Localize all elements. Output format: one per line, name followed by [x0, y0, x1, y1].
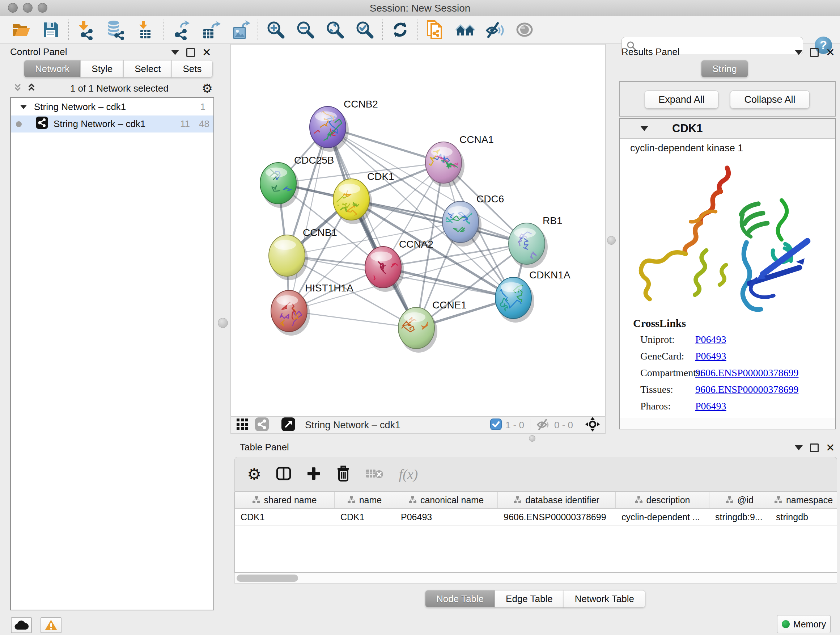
table-cell[interactable]: CDK1 — [335, 509, 395, 525]
crosslink-value-link[interactable]: 9606.ENSP00000378699 — [695, 367, 798, 379]
network-graph[interactable]: CCNB2CCNA1CDC25BCDK1CDC6RB1CCNB1CCNA2HIS… — [231, 44, 605, 416]
warning-button[interactable] — [41, 617, 62, 633]
birdseye-view-icon[interactable] — [281, 417, 295, 433]
delete-column-icon[interactable] — [336, 466, 351, 483]
panel-menu-icon[interactable] — [795, 50, 803, 55]
crosslink-value-link[interactable]: P06493 — [695, 350, 726, 362]
network-row-selected[interactable]: String Network – cdk1 11 48 — [11, 116, 213, 133]
table-cell[interactable]: cyclin-dependent ... — [616, 509, 709, 525]
network-node-cdc25b[interactable] — [260, 163, 299, 208]
float-panel-icon[interactable] — [186, 48, 195, 57]
table-cell[interactable]: P06493 — [395, 509, 498, 525]
crosslink-value-link[interactable]: P06493 — [695, 334, 726, 345]
column-header-database-identifier[interactable]: database identifier — [498, 492, 616, 508]
memory-button[interactable]: Memory — [777, 615, 831, 633]
network-canvas[interactable]: CCNB2CCNA1CDC25BCDK1CDC6RB1CCNB1CCNA2HIS… — [231, 44, 606, 416]
network-collection-row[interactable]: String Network – cdk1 1 — [11, 98, 213, 116]
tab-select[interactable]: Select — [123, 60, 172, 78]
gene-disclosure-icon[interactable] — [640, 126, 648, 131]
table-cell[interactable]: stringdb — [770, 509, 837, 525]
tab-node-table[interactable]: Node Table — [425, 590, 495, 608]
export-table-icon[interactable] — [201, 19, 221, 40]
split-columns-icon[interactable] — [276, 466, 292, 483]
add-column-icon[interactable] — [306, 466, 321, 483]
tab-network-table[interactable]: Network Table — [564, 590, 645, 608]
network-node-cdc6[interactable] — [441, 201, 482, 247]
panel-menu-icon[interactable] — [171, 50, 179, 55]
export-network-icon[interactable] — [171, 19, 191, 40]
save-session-icon[interactable] — [41, 19, 61, 40]
tab-string[interactable]: String — [701, 60, 748, 78]
grid-view-icon[interactable] — [236, 418, 249, 432]
network-node-ccnb2[interactable] — [309, 106, 349, 152]
gene-section-header[interactable]: CDK1 — [620, 119, 835, 139]
fit-selected-crosshair-icon[interactable] — [585, 417, 600, 433]
network-node-ccna2[interactable] — [365, 247, 406, 292]
clear-table-icon[interactable] — [365, 467, 384, 482]
crosslink-row: Compartments:9606.ENSP00000378699 — [620, 367, 835, 384]
table-row[interactable]: CDK1CDK1P064939606.ENSP00000378699cyclin… — [235, 509, 837, 526]
collapse-all-button[interactable]: Collapse All — [730, 90, 810, 109]
network-node-rb1[interactable] — [508, 223, 548, 268]
network-node-cdkn1a[interactable] — [488, 277, 535, 323]
column-header-canonical-name[interactable]: canonical name — [395, 492, 498, 508]
home-network-icon[interactable] — [455, 19, 475, 40]
collection-label: String Network – cdk1 — [34, 101, 126, 112]
tab-sets[interactable]: Sets — [172, 60, 213, 78]
network-view-toolbar: String Network – cdk1 1 - 0 0 - 0 — [231, 416, 606, 434]
zoom-selected-icon[interactable] — [355, 19, 375, 40]
vertical-splitter-handle-right[interactable] — [607, 236, 616, 245]
results-scrollbar-track[interactable] — [620, 418, 835, 429]
cloud-button[interactable] — [11, 617, 32, 633]
table-cell[interactable]: CDK1 — [235, 509, 335, 525]
show-hide-toggle-icon[interactable] — [485, 19, 505, 40]
vertical-splitter-handle-left[interactable] — [218, 318, 228, 328]
expand-all-button[interactable]: Expand All — [645, 90, 718, 109]
network-node-cdk1[interactable] — [333, 179, 372, 224]
import-database-icon[interactable] — [106, 19, 126, 40]
export-image-icon[interactable] — [230, 19, 250, 40]
close-panel-icon[interactable]: ✕ — [826, 442, 835, 453]
zoom-in-icon[interactable] — [265, 19, 286, 40]
function-builder-icon[interactable]: f(x) — [399, 466, 418, 482]
column-header-@id[interactable]: @id — [709, 492, 770, 508]
tab-style[interactable]: Style — [80, 60, 124, 78]
gear-icon[interactable]: ⚙ — [202, 82, 213, 95]
column-header-shared-name[interactable]: shared name — [235, 492, 335, 508]
tab-edge-table[interactable]: Edge Table — [494, 590, 564, 608]
open-session-icon[interactable] — [11, 19, 31, 40]
crosslink-value-link[interactable]: P06493 — [695, 401, 726, 412]
refresh-icon[interactable] — [390, 19, 410, 40]
table-scrollbar-thumb[interactable] — [237, 575, 298, 582]
tab-network[interactable]: Network — [24, 60, 81, 78]
expand-all-tree-icon[interactable] — [12, 82, 23, 95]
import-table-icon[interactable] — [135, 19, 156, 40]
network-edge[interactable] — [328, 127, 416, 328]
network-node-ccna1[interactable] — [424, 142, 464, 187]
network-node-hist1h1a[interactable] — [271, 290, 310, 336]
table-scrollbar-track[interactable] — [234, 573, 837, 584]
network-node-ccne1[interactable] — [398, 307, 437, 353]
collapse-all-tree-icon[interactable] — [26, 82, 37, 95]
collection-disclosure-icon[interactable] — [20, 105, 27, 109]
float-panel-icon[interactable] — [810, 443, 819, 452]
crosslink-value-link[interactable]: 9606.ENSP00000378699 — [695, 384, 798, 395]
selected-checkbox-icon[interactable] — [490, 418, 502, 432]
sphere-icon[interactable] — [515, 19, 535, 40]
zoom-fit-icon[interactable] — [325, 19, 345, 40]
table-cell[interactable]: stringdb:9... — [709, 509, 770, 525]
column-header-description[interactable]: description — [616, 492, 709, 508]
gear-icon[interactable]: ⚙ — [247, 466, 261, 482]
table-cell[interactable]: 9606.ENSP00000378699 — [498, 509, 616, 525]
import-network-icon[interactable] — [76, 19, 96, 40]
hidden-eye-icon[interactable] — [536, 418, 551, 432]
string-document-icon[interactable] — [425, 19, 446, 40]
column-header-name[interactable]: name — [335, 492, 395, 508]
float-panel-icon[interactable] — [810, 48, 819, 57]
panel-menu-icon[interactable] — [795, 445, 803, 450]
network-share-icon[interactable] — [255, 417, 269, 433]
column-header-namespace[interactable]: namespace — [770, 492, 837, 508]
zoom-out-icon[interactable] — [295, 19, 316, 40]
close-panel-icon[interactable]: ✕ — [202, 47, 211, 58]
close-panel-icon[interactable]: ✕ — [826, 47, 835, 58]
